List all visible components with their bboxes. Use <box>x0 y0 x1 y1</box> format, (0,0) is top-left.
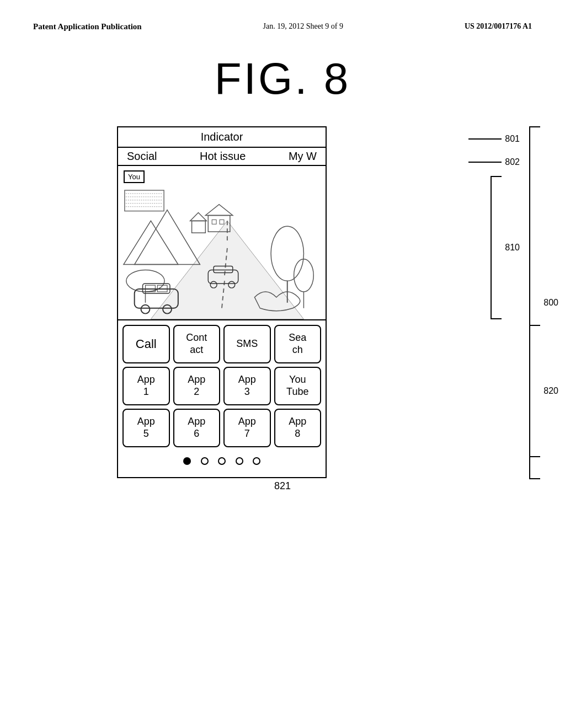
app-cell-search[interactable]: Seach <box>274 325 322 363</box>
tab-bar: Social Hot issue My W <box>118 148 326 166</box>
indicator-label: Indicator <box>201 131 243 143</box>
scene-area: You <box>118 166 326 320</box>
ref-810: 810 <box>491 176 520 319</box>
app-cell-app1[interactable]: App1 <box>122 367 170 405</box>
tab-my-w[interactable]: My W <box>289 150 317 163</box>
tab-hot-issue[interactable]: Hot issue <box>200 150 246 163</box>
ref-800: 800 <box>529 126 558 479</box>
header-left: Patent Application Publication <box>33 22 142 31</box>
figure-title: FIG. 8 <box>0 53 565 104</box>
app-cell-app6[interactable]: App6 <box>173 409 221 447</box>
tab-social[interactable]: Social <box>127 150 157 163</box>
diagram-area: Indicator Social Hot issue My W You <box>0 126 565 492</box>
patent-header: Patent Application Publication Jan. 19, … <box>0 0 565 42</box>
app-cell-call[interactable]: Call <box>122 325 170 363</box>
scene-svg <box>118 166 326 319</box>
ref-821: 821 <box>117 480 448 492</box>
dot-2 <box>201 457 209 465</box>
app-cell-app5[interactable]: App5 <box>122 409 170 447</box>
app-cell-contact[interactable]: Contact <box>173 325 221 363</box>
app-grid: Call Contact SMS Seach App1 App2 App3 Yo… <box>118 320 326 477</box>
app-row-1: Call Contact SMS Seach <box>122 325 321 363</box>
dot-5 <box>253 457 260 465</box>
app-cell-app7[interactable]: App7 <box>223 409 271 447</box>
app-cell-sms[interactable]: SMS <box>223 325 271 363</box>
app-cell-app8[interactable]: App8 <box>274 409 322 447</box>
ref-801: 801 <box>468 134 520 144</box>
device-mockup: Indicator Social Hot issue My W You <box>117 126 327 478</box>
indicator-bar: Indicator <box>118 127 326 148</box>
app-cell-app2[interactable]: App2 <box>173 367 221 405</box>
app-row-2: App1 App2 App3 YouTube <box>122 367 321 405</box>
app-cell-app3[interactable]: App3 <box>223 367 271 405</box>
app-row-3: App5 App6 App7 App8 <box>122 409 321 447</box>
outer-wrapper: Indicator Social Hot issue My W You <box>117 126 448 492</box>
ref-802: 802 <box>468 157 520 167</box>
header-center: Jan. 19, 2012 Sheet 9 of 9 <box>263 22 343 31</box>
app-cell-youtube[interactable]: YouTube <box>274 367 322 405</box>
header-right: US 2012/0017176 A1 <box>465 22 532 31</box>
dot-3 <box>218 457 226 465</box>
dot-4 <box>236 457 243 465</box>
you-badge: You <box>124 170 145 183</box>
page-indicator <box>122 451 321 473</box>
dot-1 <box>183 457 191 465</box>
